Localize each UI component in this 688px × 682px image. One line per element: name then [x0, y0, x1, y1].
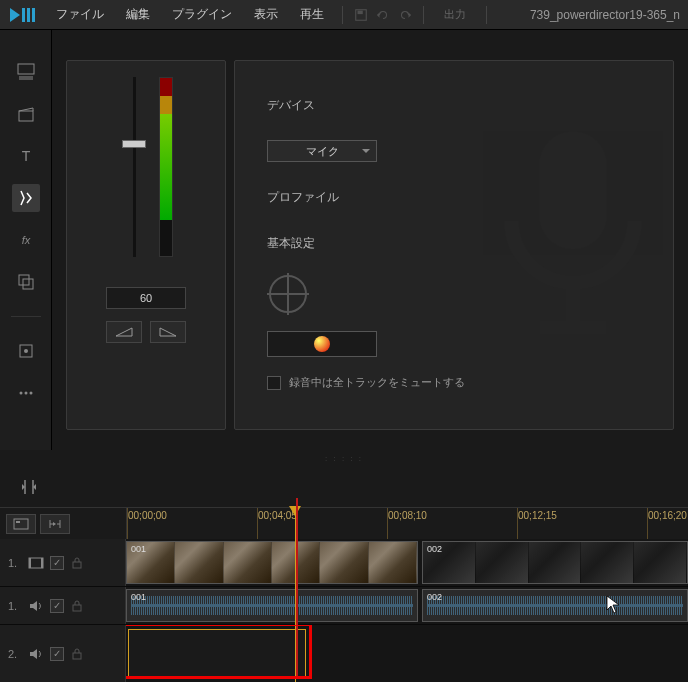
- app-logo: [8, 6, 36, 24]
- clip-label: 002: [427, 544, 442, 554]
- video-clip[interactable]: 001: [126, 541, 418, 584]
- slider-thumb[interactable]: [122, 140, 146, 148]
- annotation-divider: [296, 498, 298, 678]
- track-visible-checkbox[interactable]: [50, 647, 64, 661]
- voiceover-icon[interactable]: [12, 184, 40, 212]
- project-filename: 739_powerdirector19-365_n: [530, 8, 680, 22]
- track-visible-checkbox[interactable]: [50, 599, 64, 613]
- clip-label: 001: [131, 544, 146, 554]
- redo-icon[interactable]: [395, 5, 415, 25]
- track-content[interactable]: 001 002: [126, 539, 688, 586]
- track-number: 2.: [8, 648, 22, 660]
- menu-edit[interactable]: 編集: [116, 2, 160, 27]
- volume-slider[interactable]: [119, 77, 149, 257]
- main-panel: T fx 60: [0, 30, 688, 450]
- slider-area: [119, 77, 173, 267]
- svg-marker-6: [377, 12, 380, 17]
- svg-rect-9: [19, 111, 33, 121]
- svg-rect-1: [22, 8, 25, 22]
- menu-file[interactable]: ファイル: [46, 2, 114, 27]
- track-row: 1. 001 002: [0, 587, 688, 625]
- ruler-tick: 00;16;20: [647, 508, 687, 539]
- room-icon[interactable]: [12, 337, 40, 365]
- overlay-icon[interactable]: [12, 268, 40, 296]
- record-dot-icon: [314, 336, 330, 352]
- menubar: ファイル 編集 プラグイン 表示 再生 出力 739_powerdirector…: [0, 0, 688, 30]
- more-icon[interactable]: [12, 379, 40, 407]
- mouse-cursor-icon: [606, 595, 622, 618]
- device-label: デバイス: [267, 97, 367, 114]
- svg-rect-31: [73, 562, 81, 568]
- snap-button[interactable]: [40, 514, 70, 534]
- clapper-icon[interactable]: [12, 100, 40, 128]
- track-visible-checkbox[interactable]: [50, 556, 64, 570]
- svg-rect-3: [32, 8, 35, 22]
- track-content[interactable]: 001 002: [126, 587, 688, 624]
- panel-resize-handle[interactable]: : : : : :: [0, 450, 688, 467]
- audio-clip[interactable]: 001: [126, 589, 418, 622]
- clip-label: 002: [427, 592, 442, 602]
- track-lock-icon[interactable]: [70, 647, 84, 661]
- svg-rect-12: [19, 275, 29, 285]
- svg-point-15: [24, 349, 28, 353]
- menu-view[interactable]: 表示: [244, 2, 288, 27]
- output-label: 出力: [444, 7, 466, 22]
- selected-empty-clip[interactable]: [128, 629, 306, 678]
- audio-track-icon: [28, 646, 44, 662]
- svg-point-18: [29, 392, 32, 395]
- svg-rect-5: [358, 10, 363, 14]
- record-panel: デバイス マイク プロファイル 基本設定 録音中は全トラックをミュートする: [234, 60, 674, 430]
- fade-in-button[interactable]: [106, 321, 142, 343]
- menu-play[interactable]: 再生: [290, 2, 334, 27]
- volume-value[interactable]: 60: [106, 287, 186, 309]
- ruler-tick: 00;00;00: [127, 508, 167, 539]
- media-library-icon[interactable]: [12, 58, 40, 86]
- fade-out-button[interactable]: [150, 321, 186, 343]
- track-lock-icon[interactable]: [70, 556, 84, 570]
- svg-point-17: [24, 392, 27, 395]
- svg-text:fx: fx: [21, 234, 30, 246]
- volume-panel: 60: [66, 60, 226, 430]
- panel-container: 60 デバイス マイク プロファイル 基本設定: [52, 30, 688, 450]
- svg-rect-33: [73, 653, 81, 659]
- track-row: 2.: [0, 625, 688, 682]
- settings-label: 基本設定: [267, 235, 367, 252]
- effects-icon[interactable]: fx: [12, 226, 40, 254]
- svg-rect-2: [27, 8, 30, 22]
- record-button[interactable]: [267, 331, 377, 357]
- menu-plugin[interactable]: プラグイン: [162, 2, 242, 27]
- title-icon[interactable]: T: [12, 142, 40, 170]
- track-display-button[interactable]: [6, 514, 36, 534]
- svg-marker-27: [53, 522, 56, 526]
- svg-rect-25: [14, 519, 28, 529]
- level-meter: [159, 77, 173, 257]
- time-ruler[interactable]: 00;00;00 00;04;05 00;08;10 00;12;15 00;1…: [126, 508, 688, 539]
- tool-sidebar: T fx: [0, 30, 52, 450]
- video-track-icon: [28, 555, 44, 571]
- video-clip[interactable]: 002: [422, 541, 688, 584]
- svg-rect-29: [29, 558, 31, 568]
- separator: [11, 316, 41, 317]
- track-content[interactable]: [126, 625, 688, 682]
- save-icon[interactable]: [351, 5, 371, 25]
- undo-icon[interactable]: [373, 5, 393, 25]
- track-lock-icon[interactable]: [70, 599, 84, 613]
- audio-track-icon: [28, 598, 44, 614]
- track-row: 1. 001 002: [0, 539, 688, 587]
- svg-rect-30: [41, 558, 43, 568]
- separator: [423, 6, 424, 24]
- ruler-tick: 00;12;15: [517, 508, 557, 539]
- audio-clip[interactable]: 002: [422, 589, 688, 622]
- svg-rect-8: [18, 64, 34, 74]
- track-header: 1.: [0, 539, 126, 586]
- svg-rect-26: [16, 521, 20, 523]
- svg-text:T: T: [21, 148, 30, 164]
- split-tool-icon[interactable]: [14, 476, 44, 498]
- device-dropdown[interactable]: マイク: [267, 140, 377, 162]
- crosshair-icon[interactable]: [267, 273, 309, 315]
- track-number: 1.: [8, 557, 22, 569]
- mute-all-checkbox[interactable]: [267, 376, 281, 390]
- ruler-tick: 00;08;10: [387, 508, 427, 539]
- svg-marker-0: [10, 8, 20, 22]
- profile-label: プロファイル: [267, 189, 367, 206]
